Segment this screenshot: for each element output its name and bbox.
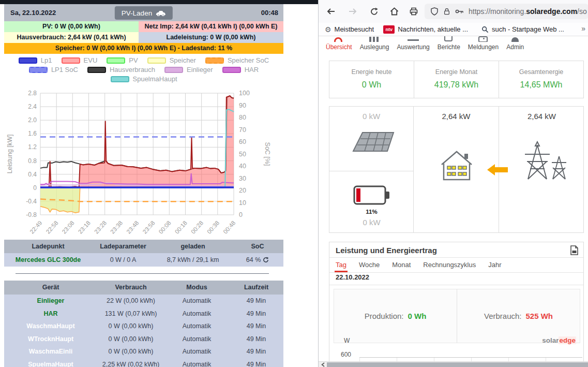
export-csv-icon[interactable] <box>570 245 579 255</box>
device-cell: 49 Min <box>229 307 283 320</box>
period-tab-woche[interactable]: Woche <box>359 258 380 272</box>
bookmark-meistbesucht[interactable]: ⚙ Meistbesucht <box>325 25 374 34</box>
battery-power-value: 0 kW <box>329 218 414 227</box>
refresh-icon[interactable] <box>263 257 269 263</box>
device-name-link[interactable]: WaschmaEinli <box>4 345 97 358</box>
grid-power-value: 2,64 kW <box>499 112 584 121</box>
battery-icon <box>353 185 390 205</box>
legend-item-pv[interactable]: PV <box>107 56 138 64</box>
svg-text:00:28: 00:28 <box>190 219 204 234</box>
legend-item-har[interactable]: HAR <box>222 66 259 74</box>
device-cell: 49 Min <box>229 333 283 346</box>
svg-text:22:58: 22:58 <box>44 219 59 234</box>
col-geraet: Gerät <box>4 281 97 295</box>
forward-button[interactable] <box>348 6 358 17</box>
power-chart: -0.8-0.400.40.81.21.62.02.42.80102030405… <box>4 88 283 240</box>
card-energie-monat: Energie Monat 419,78 kWh <box>414 61 499 98</box>
home-button[interactable] <box>389 6 399 17</box>
legend-item-speicher-soc[interactable]: Speicher SoC <box>205 56 269 64</box>
period-tab-jahr[interactable]: Jahr <box>488 258 501 272</box>
svg-text:00:08: 00:08 <box>158 219 172 234</box>
panel-title: Leistung und Energieertrag <box>336 246 437 255</box>
device-row: WaschmaEinli0 W (0,00 kWh)Automatik49 Mi… <box>4 345 283 358</box>
pv-laden-button[interactable]: PV-Laden <box>115 6 173 20</box>
svg-text:40: 40 <box>239 163 246 170</box>
soc-text: 64 % <box>246 253 261 267</box>
legend-item-evu[interactable]: EVU <box>62 56 98 64</box>
device-cell: 49 Min <box>229 295 283 307</box>
tab-auswertung[interactable]: Auswertung <box>397 36 429 51</box>
col-ladepunkt: Ladepunkt <box>4 240 92 253</box>
status-speicher: Speicher: 0 W (0,00 kWh I) (0,00 kWh E) … <box>4 43 283 54</box>
svg-text:2.0: 2.0 <box>28 116 37 124</box>
panel-date: 22.10.2022 <box>336 273 369 281</box>
legend-item-einlieger[interactable]: Einlieger <box>164 66 213 74</box>
solaredge-nav: Übersicht Auslegung Auswertung Be <box>326 36 524 51</box>
legend-item-lp1-soc[interactable]: LP1 SoC <box>29 66 78 74</box>
svg-text:-0.4: -0.4 <box>26 198 37 205</box>
legend-label: Speicher SoC <box>228 56 269 64</box>
battery-soc-label: 11% <box>329 209 414 215</box>
flow-house-cell: 2,64 kW <box>414 107 499 233</box>
svg-text:23:08: 23:08 <box>61 219 76 234</box>
lock-icon[interactable] <box>443 7 450 16</box>
url-bar[interactable]: https://monitoring.solaredge.com/so <box>425 4 588 19</box>
charging-table: Ladepunkt Ladeparameter geladen SoC Merc… <box>4 240 283 267</box>
bookmark-startpage[interactable]: such - Startpage Web ... <box>481 25 564 33</box>
tab-berichte[interactable]: Berichte <box>438 36 460 51</box>
charge-params: 0 W / 0 A <box>92 253 154 267</box>
reload-button[interactable] <box>369 6 379 17</box>
scroll-left-icon[interactable] <box>320 362 326 367</box>
soc-value: 64 % <box>232 253 283 267</box>
period-tab-monat[interactable]: Monat <box>392 258 411 272</box>
key-icon[interactable] <box>455 8 464 15</box>
col-ladeparameter: Ladeparameter <box>92 240 154 253</box>
legend-swatch <box>111 76 129 82</box>
bookmark-label: Nachrichten, aktuelle ... <box>398 25 468 33</box>
svg-text:23:48: 23:48 <box>125 219 140 234</box>
legend-item-spuelmahaupt[interactable]: SpuelmaHaupt <box>111 75 177 83</box>
device-name-link[interactable]: HAR <box>4 307 97 320</box>
legend-item-hausverbrauch[interactable]: Hausverbrauch <box>87 66 155 74</box>
bookmark-nachrichten[interactable]: ntv Nachrichten, aktuelle ... <box>383 25 468 34</box>
solar-panel-icon <box>348 130 396 152</box>
bookmarks-overflow-chevron[interactable]: » <box>581 24 585 33</box>
svg-text:23:38: 23:38 <box>109 219 124 234</box>
tab-admin[interactable]: Admin <box>506 36 524 51</box>
tab-meldungen[interactable]: Meldungen <box>468 36 499 51</box>
device-cell: 131 W (0,07 kWh) <box>97 307 164 320</box>
print-button[interactable] <box>409 6 419 17</box>
svg-text:Leistung [kW]: Leistung [kW] <box>6 135 13 174</box>
shield-icon[interactable] <box>430 7 439 16</box>
device-name-link[interactable]: WTrocknHaupt <box>4 333 97 346</box>
period-tab-tag[interactable]: Tag <box>336 258 346 272</box>
pv-app-window: Sa, 22.10.2022 PV-Laden 00:48 PV: 0 W (0… <box>0 0 318 367</box>
scrollbar-thumb[interactable] <box>327 362 588 367</box>
legend-item-speicher[interactable]: Speicher <box>147 56 196 64</box>
legend-item-lp1[interactable]: Lp1 <box>19 56 52 64</box>
device-cell: 49 Min <box>229 358 283 367</box>
svg-text:20: 20 <box>239 187 246 194</box>
col-modus: Modus <box>164 281 229 295</box>
card-label: Energie Monat <box>414 68 499 76</box>
meldungen-icon <box>478 36 489 42</box>
flow-solar-cell: 0 kW <box>329 107 414 171</box>
period-tab-rechnungszyklus[interactable]: Rechnungszyklus <box>423 258 476 272</box>
vehicle-name-link[interactable]: Mercedes GLC 300de <box>4 253 92 267</box>
device-name-link[interactable]: SpuelmaHaupt <box>4 358 97 367</box>
app-titlebar <box>0 0 318 4</box>
legend-swatch <box>87 67 106 73</box>
tab-uebersicht[interactable]: Übersicht <box>326 36 352 51</box>
device-row: WTrocknHaupt0 W (0,00 kWh)Automatik49 Mi… <box>4 333 283 346</box>
device-name-link[interactable]: Einlieger <box>4 295 97 307</box>
divider <box>16 273 269 274</box>
tab-auslegung[interactable]: Auslegung <box>360 36 389 51</box>
device-cell: Automatik <box>164 307 229 320</box>
back-button[interactable] <box>326 6 336 17</box>
date-label: Sa, 22.10.2022 <box>10 4 56 21</box>
berichte-icon <box>443 36 455 42</box>
device-name-link[interactable]: WaschmaHaupt <box>4 320 97 333</box>
horizontal-scrollbar[interactable] <box>319 361 588 367</box>
browser-window: https://monitoring.solaredge.com/so ⚙ Me… <box>318 0 588 367</box>
flow-battery-cell: 11% 0 kW <box>329 171 414 233</box>
